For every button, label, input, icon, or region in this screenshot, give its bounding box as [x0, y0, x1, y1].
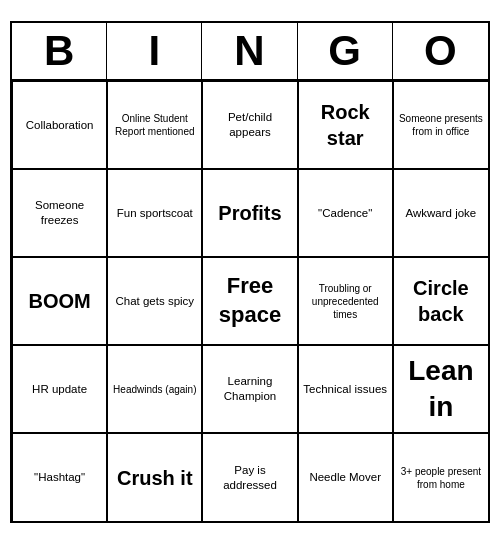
bingo-cell-3: Rock star	[298, 81, 393, 169]
bingo-cell-6: Fun sportscoat	[107, 169, 202, 257]
bingo-cell-5: Someone freezes	[12, 169, 107, 257]
bingo-cell-9: Awkward joke	[393, 169, 488, 257]
bingo-cell-19: Lean in	[393, 345, 488, 433]
bingo-cell-14: Circle back	[393, 257, 488, 345]
bingo-cell-11: Chat gets spicy	[107, 257, 202, 345]
bingo-cell-2: Pet/child appears	[202, 81, 297, 169]
bingo-cell-18: Technical issues	[298, 345, 393, 433]
bingo-cell-10: BOOM	[12, 257, 107, 345]
bingo-cell-13: Troubling or unprecedented times	[298, 257, 393, 345]
bingo-cell-21: Crush it	[107, 433, 202, 521]
bingo-letter-i: I	[107, 23, 202, 79]
bingo-cell-15: HR update	[12, 345, 107, 433]
bingo-cell-12: Free space	[202, 257, 297, 345]
bingo-cell-22: Pay is addressed	[202, 433, 297, 521]
bingo-grid: CollaborationOnline Student Report menti…	[12, 81, 488, 521]
bingo-cell-23: Needle Mover	[298, 433, 393, 521]
bingo-letter-b: B	[12, 23, 107, 79]
bingo-header: BINGO	[12, 23, 488, 81]
bingo-cell-7: Profits	[202, 169, 297, 257]
bingo-cell-1: Online Student Report mentioned	[107, 81, 202, 169]
bingo-cell-4: Someone presents from in office	[393, 81, 488, 169]
bingo-card: BINGO CollaborationOnline Student Report…	[10, 21, 490, 523]
bingo-cell-8: "Cadence"	[298, 169, 393, 257]
bingo-cell-20: "Hashtag"	[12, 433, 107, 521]
bingo-cell-0: Collaboration	[12, 81, 107, 169]
bingo-letter-n: N	[202, 23, 297, 79]
bingo-cell-16: Headwinds (again)	[107, 345, 202, 433]
bingo-cell-24: 3+ people present from home	[393, 433, 488, 521]
bingo-letter-o: O	[393, 23, 488, 79]
bingo-cell-17: Learning Champion	[202, 345, 297, 433]
bingo-letter-g: G	[298, 23, 393, 79]
